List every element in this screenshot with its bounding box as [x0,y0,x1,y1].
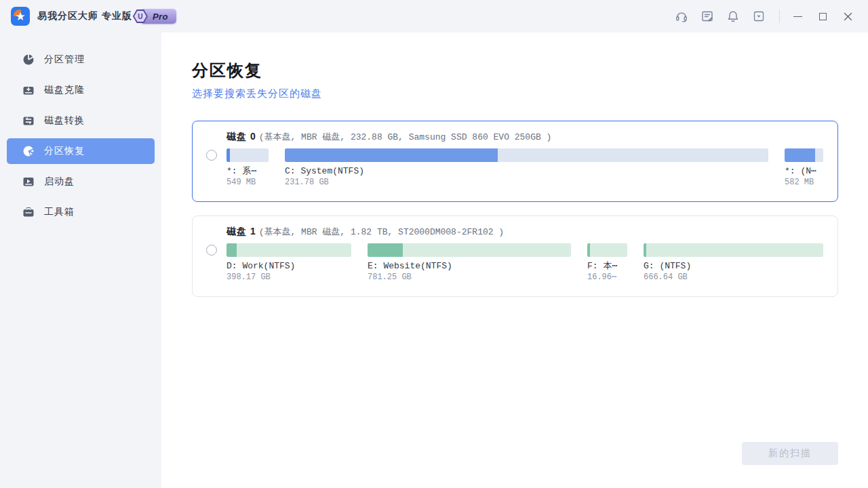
sidebar-item-label: 工具箱 [44,206,75,218]
disk-convert-icon [22,115,35,127]
partition-size: 398.17 GB [226,272,351,282]
pro-emblem-icon: U [133,9,148,23]
partition-bar [368,243,571,257]
disk-0-radio[interactable] [206,150,217,161]
disk-info: (基本盘, MBR 磁盘, 1.82 TB, ST2000DM008-2FR10… [259,226,504,238]
partition-map: D: Work(NTFS) 398.17 GB E: Website(NTFS)… [226,243,823,282]
sidebar-item-toolbox[interactable]: 工具箱 [7,199,155,225]
partition-size: 666.64 GB [644,272,823,282]
partition-label: F: 本⋯ [587,261,627,271]
partition-size: 781.25 GB [368,272,571,282]
app-title: 易我分区大师 专业版 [37,10,132,22]
sidebar-item-partition-recovery[interactable]: 分区恢复 [7,138,155,164]
partition-bar [785,148,823,162]
partition-block[interactable]: G: (NTFS) 666.64 GB [644,243,823,282]
partition-block[interactable]: C: System(NTFS) 231.78 GB [285,148,768,187]
page-subtitle: 选择要搜索丢失分区的磁盘 [192,87,868,100]
partition-size: 549 MB [226,178,269,187]
partition-block[interactable]: *: 系⋯ 549 MB [226,148,269,187]
partition-block[interactable]: F: 本⋯ 16.96⋯ [587,243,627,282]
disk-info: (基本盘, MBR 磁盘, 232.88 GB, Samsung SSD 860… [259,131,552,143]
disk-clone-icon [22,84,35,96]
logo-star-icon: ★ [11,7,30,26]
partition-label: *: 系⋯ [226,166,269,176]
minimize-icon[interactable] [789,8,806,24]
partition-label: *: (N⋯ [785,166,823,176]
partition-bar [587,243,627,257]
pro-badge: U Pro [140,9,176,24]
partition-block[interactable]: D: Work(NTFS) 398.17 GB [226,243,351,282]
sidebar-item-label: 分区管理 [44,54,85,66]
disk-name: 磁盘 1 [226,226,256,238]
titlebar: ★ 易我分区大师 专业版 U Pro [0,0,868,33]
sidebar-item-boot-disk[interactable]: 启动盘 [7,169,155,195]
feedback-note-icon[interactable] [701,9,714,23]
disk-1-radio[interactable] [206,245,217,256]
app-logo-icon: ★ [11,7,30,26]
partition-bar [226,148,269,162]
sidebar-item-disk-clone[interactable]: 磁盘克隆 [7,77,155,103]
disk-header: 磁盘 0 (基本盘, MBR 磁盘, 232.88 GB, Samsung SS… [226,130,823,144]
sidebar-item-label: 磁盘克隆 [44,84,85,96]
disk-name: 磁盘 0 [226,131,256,143]
partition-label: D: Work(NTFS) [226,261,351,271]
partition-size: 16.96⋯ [587,272,627,282]
sidebar-item-partition-manage[interactable]: 分区管理 [7,47,155,73]
partition-size: 231.78 GB [285,178,768,187]
partition-label: G: (NTFS) [644,261,823,271]
sidebar-item-label: 启动盘 [44,176,75,188]
partition-bar [644,243,823,257]
pie-chart-icon [22,54,35,66]
partition-recovery-icon [22,145,35,157]
titlebar-actions [675,8,868,24]
partition-block[interactable]: *: (N⋯ 582 MB [785,148,823,187]
partition-bar [226,243,351,257]
sidebar: 分区管理 磁盘克隆 磁盘转换 [0,33,161,488]
pro-badge-label: Pro [153,12,168,22]
notification-bell-icon[interactable] [726,9,740,23]
sidebar-item-label: 分区恢复 [44,145,85,157]
sidebar-item-disk-convert[interactable]: 磁盘转换 [7,108,155,134]
maximize-icon[interactable] [814,8,831,24]
sidebar-item-label: 磁盘转换 [44,115,85,127]
boot-disk-icon [22,176,35,188]
titlebar-divider [779,9,780,23]
disk-card-0[interactable]: 磁盘 0 (基本盘, MBR 磁盘, 232.88 GB, Samsung SS… [192,121,838,202]
headset-support-icon[interactable] [675,9,688,23]
disk-header: 磁盘 1 (基本盘, MBR 磁盘, 1.82 TB, ST2000DM008-… [226,225,823,239]
close-icon[interactable] [840,8,856,24]
partition-label: E: Website(NTFS) [368,261,571,271]
partition-block[interactable]: E: Website(NTFS) 781.25 GB [368,243,571,282]
menu-dropdown-icon[interactable] [752,9,766,23]
disk-card-1[interactable]: 磁盘 1 (基本盘, MBR 磁盘, 1.82 TB, ST2000DM008-… [192,216,838,297]
toolbox-icon [22,206,35,218]
partition-map: *: 系⋯ 549 MB C: System(NTFS) 231.78 GB *… [226,148,823,187]
page-title: 分区恢复 [192,60,868,81]
partition-bar [285,148,768,162]
new-scan-button[interactable]: 新的扫描 [742,442,838,465]
partition-size: 582 MB [785,178,823,187]
main-content: 分区恢复 选择要搜索丢失分区的磁盘 磁盘 0 (基本盘, MBR 磁盘, 232… [161,33,868,488]
partition-label: C: System(NTFS) [285,166,768,176]
